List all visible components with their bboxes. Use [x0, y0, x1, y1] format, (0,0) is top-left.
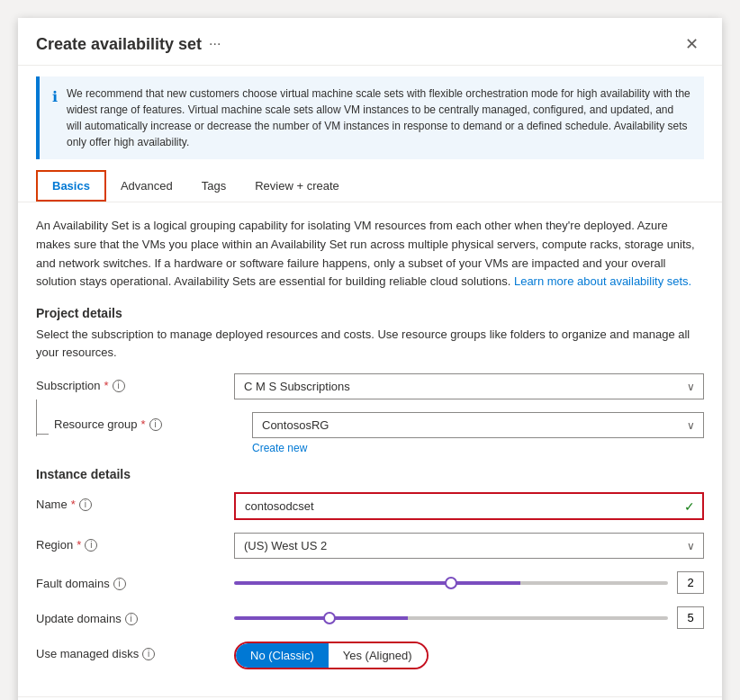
region-info-icon[interactable]: i	[85, 539, 97, 552]
tabs-bar: Basics Advanced Tags Review + create	[18, 170, 722, 202]
tab-tags[interactable]: Tags	[187, 170, 240, 202]
managed-disks-control: No (Classic) Yes (Aligned)	[234, 642, 704, 669]
subscription-required: *	[104, 379, 109, 392]
name-input-wrapper: ✓	[234, 492, 704, 520]
name-valid-icon: ✓	[684, 499, 702, 514]
subscription-info-icon[interactable]: i	[113, 380, 125, 392]
fault-domains-info-icon[interactable]: i	[113, 578, 126, 590]
name-row: Name * i ✓	[36, 492, 704, 520]
name-label: Name * i	[36, 492, 216, 511]
create-new-link[interactable]: Create new	[252, 442, 704, 454]
close-button[interactable]: ✕	[680, 32, 704, 56]
region-label: Region * i	[36, 533, 216, 552]
info-banner: ℹ We recommend that new customers choose…	[36, 76, 704, 159]
name-input[interactable]	[236, 494, 684, 518]
fault-domains-label: Fault domains i	[36, 571, 216, 590]
resource-group-select[interactable]: ContososRG	[252, 412, 704, 438]
project-details-title: Project details	[36, 306, 704, 320]
name-control: ✓	[234, 492, 704, 520]
update-domains-value: 5	[677, 606, 704, 629]
update-domains-slider[interactable]	[234, 616, 668, 620]
resource-group-info-icon[interactable]: i	[149, 418, 162, 431]
dialog-title-row: Create availability set ···	[36, 35, 221, 54]
managed-disks-info-icon[interactable]: i	[142, 648, 155, 660]
content-area: An Availability Set is a logical groupin…	[18, 202, 722, 696]
region-select[interactable]: (US) West US 2	[234, 533, 704, 559]
dialog-header: Create availability set ··· ✕	[18, 18, 722, 66]
tab-basics[interactable]: Basics	[36, 170, 106, 202]
update-domains-row: Update domains i 5	[36, 606, 704, 629]
region-row: Region * i (US) West US 2	[36, 533, 704, 559]
instance-details-title: Instance details	[36, 467, 704, 481]
resource-group-required: *	[141, 417, 146, 431]
fault-domains-value: 2	[677, 571, 704, 594]
resource-group-control: ContososRG Create new	[252, 412, 704, 454]
learn-more-link[interactable]: Learn more about availability sets.	[514, 274, 691, 288]
dialog-footer: Review + create < Previous Next : Advanc…	[18, 696, 722, 700]
tab-review-create[interactable]: Review + create	[240, 170, 354, 202]
resource-group-label: Resource group * i	[54, 412, 234, 431]
region-control: (US) West US 2	[234, 533, 704, 559]
info-banner-text: We recommend that new customers choose v…	[67, 85, 691, 150]
update-domains-control: 5	[234, 606, 704, 629]
project-details-desc: Select the subscription to manage deploy…	[36, 326, 704, 361]
resource-group-row: Resource group * i ContososRG Create new	[36, 412, 704, 454]
dialog-more-icon[interactable]: ···	[209, 36, 221, 52]
fault-domains-row: Fault domains i 2	[36, 571, 704, 594]
dialog: Create availability set ··· ✕ ℹ We recom…	[18, 18, 722, 700]
name-info-icon[interactable]: i	[79, 498, 92, 511]
subscription-control: C M S Subscriptions	[234, 373, 704, 399]
description-text: An Availability Set is a logical groupin…	[36, 217, 704, 292]
resource-group-select-wrapper: ContososRG	[252, 412, 704, 438]
subscription-row: Subscription * i C M S Subscriptions	[36, 373, 704, 399]
dialog-title: Create availability set	[36, 35, 202, 54]
managed-disks-toggle: No (Classic) Yes (Aligned)	[234, 642, 429, 669]
managed-disks-yes-option[interactable]: Yes (Aligned)	[329, 643, 427, 668]
fault-domains-slider[interactable]	[234, 581, 668, 585]
update-domains-label: Update domains i	[36, 606, 216, 625]
name-required: *	[71, 498, 76, 511]
fault-domains-control: 2	[234, 571, 704, 594]
tab-advanced[interactable]: Advanced	[106, 170, 187, 202]
update-domains-info-icon[interactable]: i	[125, 613, 138, 625]
managed-disks-no-option[interactable]: No (Classic)	[236, 643, 329, 668]
subscription-label: Subscription * i	[36, 373, 216, 392]
managed-disks-label: Use managed disks i	[36, 642, 216, 660]
info-icon: ℹ	[52, 86, 58, 150]
region-required: *	[77, 538, 81, 552]
subscription-select[interactable]: C M S Subscriptions	[234, 373, 704, 399]
managed-disks-row: Use managed disks i No (Classic) Yes (Al…	[36, 642, 704, 669]
